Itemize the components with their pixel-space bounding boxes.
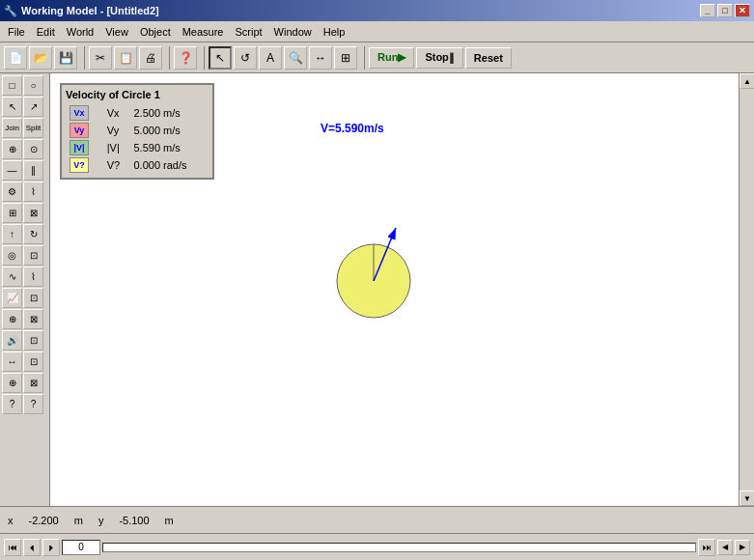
va-value: 0.000 rad/s — [130, 156, 209, 174]
vy-value: 5.000 m/s — [130, 122, 209, 139]
sidebar-bottom1-tool[interactable]: ? — [2, 394, 22, 414]
toolbar: 📄 📂 💾 ✂ 📋 🖨 ❓ ↖ ↺ A 🔍 ↔ ⊞ Run▶ Stop‖ Res… — [0, 42, 754, 73]
menu-help[interactable]: Help — [318, 24, 351, 40]
copy-button[interactable]: 📋 — [114, 46, 137, 70]
status-bar: x -2.200 m y -5.100 m — [0, 506, 754, 533]
sidebar-data-tool[interactable]: ⊡ — [23, 288, 43, 308]
toolbar-separator-1 — [81, 46, 85, 70]
sidebar-sound-tool[interactable]: 🔊 — [2, 330, 22, 350]
sidebar-extra2-tool[interactable]: ⊠ — [23, 373, 43, 393]
reset-button[interactable]: Reset — [465, 47, 512, 69]
title-text: Working Model - [Untitled2] — [21, 5, 159, 16]
main-layout: □ ○ ↖ ↗ Join Split ⊕ ⊙ — ‖ ⚙ ⌇ ⊞ ⊠ ↑ ↻ — [0, 73, 754, 506]
scroll-track-vertical[interactable] — [740, 89, 754, 490]
sidebar-gear-tool[interactable]: ⚙ — [2, 182, 22, 202]
print-button[interactable]: 🖨 — [139, 46, 162, 70]
sidebar-force-tool[interactable]: ↑ — [2, 224, 22, 244]
sidebar-sensor-tool[interactable]: ∿ — [2, 266, 22, 287]
sidebar-arrow-tool[interactable]: ↖ — [2, 97, 22, 117]
sidebar-graph-tool[interactable]: 📈 — [2, 288, 22, 308]
sidebar-spring-tool[interactable]: ⌇ — [23, 182, 43, 202]
vm-icon: |V| — [70, 140, 89, 155]
sidebar-slider-tool[interactable]: — — [2, 160, 22, 181]
sidebar-join-tool[interactable]: Join — [2, 118, 22, 138]
frame-input[interactable] — [62, 540, 100, 555]
scroll-down-button[interactable]: ▼ — [740, 490, 754, 506]
sidebar-pin-tool[interactable]: ⊕ — [2, 139, 22, 159]
maximize-button[interactable]: □ — [717, 4, 733, 17]
velocity-panel: Velocity of Circle 1 Vx Vx 2.500 m/s Vy … — [60, 83, 214, 180]
right-scrollbar[interactable]: ▲ ▼ — [739, 73, 754, 506]
menu-world[interactable]: World — [61, 24, 100, 40]
pan-tool[interactable]: ↔ — [309, 46, 332, 70]
menu-window[interactable]: Window — [268, 24, 318, 40]
sidebar-pivot-tool[interactable]: ⊙ — [23, 139, 43, 159]
va-icon: V? — [70, 157, 89, 173]
sidebar-meter-tool[interactable]: ⌇ — [23, 266, 43, 287]
new-button[interactable]: 📄 — [4, 46, 27, 70]
step-forward-button[interactable]: ⏭ — [698, 539, 715, 556]
app-icon: 🔧 — [4, 5, 17, 17]
menu-file[interactable]: File — [2, 24, 31, 40]
menu-measure[interactable]: Measure — [177, 24, 230, 40]
sidebar-rotate-tool[interactable]: ↗ — [23, 97, 43, 117]
sidebar-charge-tool[interactable]: ⊕ — [2, 309, 22, 329]
menu-view[interactable]: View — [99, 24, 134, 40]
va-label: V? — [103, 156, 130, 174]
reset-label: Reset — [474, 52, 503, 64]
menu-edit[interactable]: Edit — [31, 24, 61, 40]
y-value: -5.100 — [119, 515, 149, 526]
scroll-up-button[interactable]: ▲ — [740, 73, 754, 89]
sidebar-motor-tool[interactable]: ◎ — [2, 245, 22, 266]
sidebar-extra1-tool[interactable]: ⊕ — [2, 373, 22, 393]
sidebar-split-tool[interactable]: Split — [23, 118, 43, 138]
sidebar-torque-tool[interactable]: ↻ — [23, 224, 43, 244]
sidebar-move-tool[interactable]: ↔ — [2, 351, 22, 372]
toolbar-separator-4 — [361, 46, 365, 70]
help-button[interactable]: ❓ — [174, 46, 197, 70]
menu-object[interactable]: Object — [134, 24, 177, 40]
sidebar-bottom2-tool[interactable]: ? — [23, 394, 43, 414]
velocity-arrow — [374, 228, 396, 281]
menu-bar: File Edit World View Object Measure Scri… — [0, 21, 754, 42]
sidebar-rope-tool[interactable]: ⊠ — [23, 203, 43, 223]
y-label: y — [98, 515, 104, 526]
sidebar-rect-tool[interactable]: □ — [2, 75, 22, 96]
open-button[interactable]: 📂 — [29, 46, 52, 70]
canvas-area[interactable]: Velocity of Circle 1 Vx Vx 2.500 m/s Vy … — [50, 73, 739, 506]
zoom-tool[interactable]: 🔍 — [284, 46, 307, 70]
sidebar-servo-tool[interactable]: ⊡ — [23, 330, 43, 350]
sidebar-scale-tool[interactable]: ⊡ — [23, 351, 43, 372]
text-tool[interactable]: A — [259, 46, 282, 70]
sidebar-circle-tool[interactable]: ○ — [23, 75, 43, 96]
step-back-button[interactable]: ⏮ — [4, 539, 21, 556]
scroll-right-button[interactable]: ▶ — [735, 540, 750, 555]
cut-button[interactable]: ✂ — [89, 46, 112, 70]
sidebar-damper-tool[interactable]: ⊞ — [2, 203, 22, 223]
progress-track[interactable] — [102, 543, 696, 552]
vy-label: Vy — [103, 122, 130, 139]
sidebar-actuator-tool[interactable]: ⊡ — [23, 245, 43, 266]
vx-label: Vx — [103, 104, 130, 122]
fit-tool[interactable]: ⊞ — [334, 46, 357, 70]
play-forward-button[interactable]: ⏵ — [42, 539, 60, 556]
save-button[interactable]: 💾 — [54, 46, 77, 70]
left-sidebar: □ ○ ↖ ↗ Join Split ⊕ ⊙ — ‖ ⚙ ⌇ ⊞ ⊠ ↑ ↻ — [0, 73, 50, 506]
play-back-button[interactable]: ⏴ — [23, 539, 41, 556]
select-tool[interactable]: ↖ — [209, 46, 232, 70]
sidebar-hinge-tool[interactable]: ‖ — [23, 160, 43, 181]
stop-button[interactable]: Stop‖ — [416, 47, 462, 69]
scroll-left-button[interactable]: ◀ — [717, 540, 733, 555]
sidebar-field-tool[interactable]: ⊠ — [23, 309, 43, 329]
run-button[interactable]: Run▶ — [369, 47, 414, 69]
x-unit: m — [74, 515, 83, 526]
bottom-playbar: ⏮ ⏴ ⏵ ⏭ ◀ ▶ — [0, 533, 754, 560]
menu-script[interactable]: Script — [229, 24, 267, 40]
rotate-tool[interactable]: ↺ — [234, 46, 257, 70]
table-row: Vy Vy 5.000 m/s — [66, 122, 209, 139]
vx-icon: Vx — [70, 105, 89, 121]
vy-icon: Vy — [70, 123, 89, 138]
vm-value: 5.590 m/s — [130, 139, 209, 156]
minimize-button[interactable]: _ — [700, 4, 715, 17]
close-button[interactable]: ✕ — [735, 4, 750, 17]
